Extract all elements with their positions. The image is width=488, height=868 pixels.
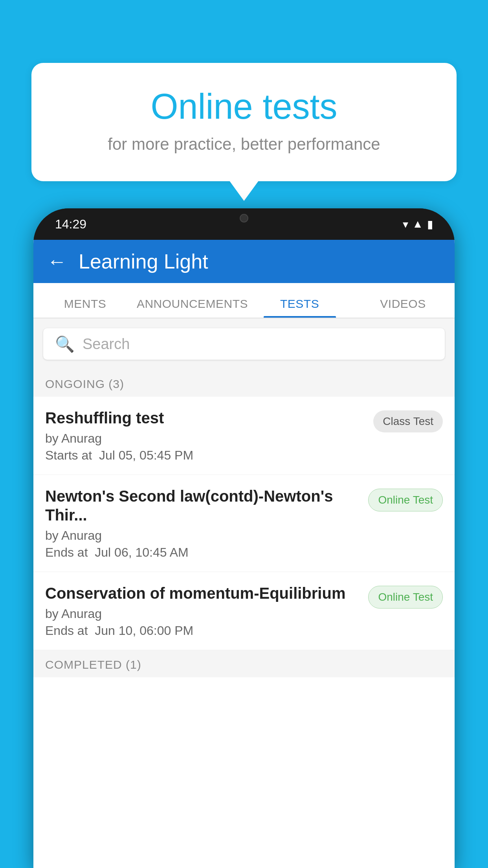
camera: [240, 214, 248, 223]
ongoing-section-label: ONGOING (3): [33, 370, 455, 397]
test-item-2[interactable]: Newton's Second law(contd)-Newton's Thir…: [33, 475, 455, 572]
phone-frame: 14:29 ▾ ▲ ▮ ← Learning Light MENTS ANNOU…: [33, 208, 455, 868]
search-icon: 🔍: [55, 335, 75, 353]
bubble-subtitle: for more practice, better performance: [63, 135, 425, 154]
test-list: Reshuffling test by Anurag Starts at Jul…: [33, 397, 455, 650]
app-title: Learning Light: [79, 250, 208, 273]
test-item-3[interactable]: Conservation of momentum-Equilibrium by …: [33, 572, 455, 650]
test-badge-2: Online Test: [368, 489, 443, 511]
wifi-icon: ▾: [403, 218, 408, 231]
search-container: 🔍 Search: [33, 318, 455, 370]
status-bar: 14:29 ▾ ▲ ▮: [33, 208, 455, 240]
bubble-title: Online tests: [63, 86, 425, 127]
app-content: ← Learning Light MENTS ANNOUNCEMENTS TES…: [33, 240, 455, 868]
test-author-1: by Anurag: [45, 431, 365, 446]
tab-assignments[interactable]: MENTS: [33, 297, 137, 318]
test-info-2: Newton's Second law(contd)-Newton's Thir…: [45, 487, 368, 560]
completed-section-label: COMPLETED (1): [33, 650, 455, 677]
test-time-1: Starts at Jul 05, 05:45 PM: [45, 448, 365, 463]
test-info-1: Reshuffling test by Anurag Starts at Jul…: [45, 408, 373, 463]
tabs-bar: MENTS ANNOUNCEMENTS TESTS VIDEOS: [33, 283, 455, 318]
phone-notch: [220, 208, 268, 228]
signal-icon: ▲: [412, 218, 423, 230]
test-time-3: Ends at Jun 10, 06:00 PM: [45, 623, 360, 638]
back-button[interactable]: ←: [47, 250, 67, 273]
test-name-1: Reshuffling test: [45, 408, 365, 427]
speech-bubble: Online tests for more practice, better p…: [31, 63, 457, 181]
search-input[interactable]: Search: [83, 336, 130, 353]
test-item-1[interactable]: Reshuffling test by Anurag Starts at Jul…: [33, 397, 455, 475]
test-author-2: by Anurag: [45, 528, 360, 543]
test-info-3: Conservation of momentum-Equilibrium by …: [45, 584, 368, 638]
test-time-2: Ends at Jul 06, 10:45 AM: [45, 545, 360, 560]
phone-time: 14:29: [55, 217, 86, 232]
test-name-3: Conservation of momentum-Equilibrium: [45, 584, 360, 603]
app-header: ← Learning Light: [33, 240, 455, 283]
test-author-3: by Anurag: [45, 607, 360, 621]
search-box[interactable]: 🔍 Search: [43, 328, 445, 360]
test-badge-3: Online Test: [368, 586, 443, 609]
test-name-2: Newton's Second law(contd)-Newton's Thir…: [45, 487, 360, 524]
battery-icon: ▮: [427, 218, 433, 231]
tab-announcements[interactable]: ANNOUNCEMENTS: [137, 297, 248, 318]
tab-videos[interactable]: VIDEOS: [351, 297, 455, 318]
status-icons: ▾ ▲ ▮: [403, 218, 433, 231]
tab-tests[interactable]: TESTS: [248, 297, 351, 318]
test-badge-1: Class Test: [373, 410, 443, 432]
